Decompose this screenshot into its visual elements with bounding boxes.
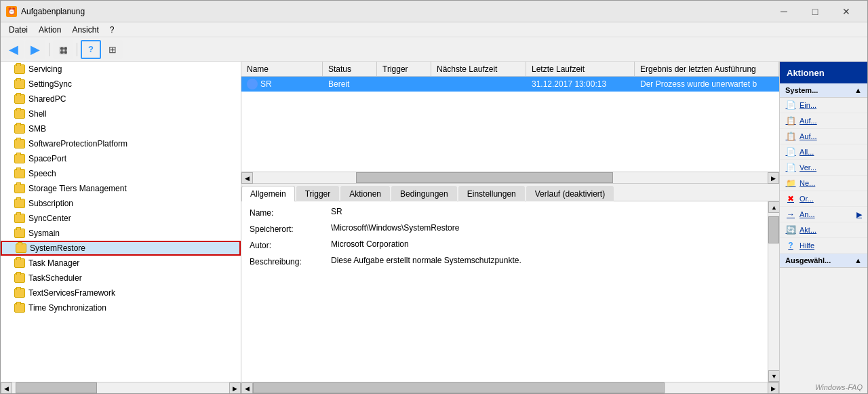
tab-trigger[interactable]: Trigger xyxy=(296,186,340,201)
tab-allgemein[interactable]: Allgemein xyxy=(241,186,295,201)
action-ein[interactable]: 📄 Ein... xyxy=(780,98,867,113)
form-row-description: Beschreibung: Diese Aufgabe erstellt nor… xyxy=(250,256,760,290)
tree-container[interactable]: ServicingSettingSyncSharedPCShellSMBSoft… xyxy=(1,62,241,382)
detail-scroll-thumb-v[interactable] xyxy=(768,216,779,243)
col-name[interactable]: Name xyxy=(241,62,323,76)
tree-item-textservicesframework[interactable]: TextServicesFramework xyxy=(1,285,241,300)
table-scroll-track[interactable] xyxy=(253,172,768,183)
tree-item-speech[interactable]: Speech xyxy=(1,166,241,181)
menu-aktion[interactable]: Aktion xyxy=(33,24,66,36)
actions-panel: Aktionen System... ▲ 📄 Ein... 📋 Auf... 📋… xyxy=(779,62,867,393)
cell-next-run xyxy=(431,77,526,92)
tree-scroll-right[interactable]: ▶ xyxy=(229,382,241,393)
tree-item-softwareprotectionplatform[interactable]: SoftwareProtectionPlatform xyxy=(1,136,241,151)
action-all[interactable]: 📄 All... xyxy=(780,144,867,160)
tab-aktionen[interactable]: Aktionen xyxy=(340,186,390,201)
forward-button[interactable]: ▶ xyxy=(25,40,45,59)
tree-item-label: Servicing xyxy=(28,64,62,74)
action-ver[interactable]: 📄 Ver... xyxy=(780,160,867,176)
folder-icon xyxy=(14,229,25,238)
col-result[interactable]: Ergebnis der letzten Ausführung xyxy=(635,62,779,76)
tabs-bar: Allgemein Trigger Aktionen Bedingungen E… xyxy=(241,184,779,201)
tree-item-label: Speech xyxy=(28,169,56,178)
table-hscrollbar[interactable]: ◀ ▶ xyxy=(241,172,779,183)
tree-item-systemrestore[interactable]: SystemRestore xyxy=(1,241,241,256)
table-scroll-right[interactable]: ▶ xyxy=(768,172,779,184)
action-ne[interactable]: 📁 Ne... xyxy=(780,176,867,191)
maximize-button[interactable]: □ xyxy=(800,1,831,22)
tree-item-sharedpc[interactable]: SharedPC xyxy=(1,92,241,106)
menu-ansicht[interactable]: Ansicht xyxy=(66,24,104,36)
tree-item-servicing[interactable]: Servicing xyxy=(1,62,241,77)
cell-name: SR xyxy=(241,77,323,92)
folder-icon xyxy=(14,303,25,313)
detail-scroll-down[interactable]: ▼ xyxy=(768,370,779,382)
action-akt-icon: 🔄 xyxy=(785,224,796,235)
minimize-button[interactable]: ─ xyxy=(768,1,800,22)
table-area: Name Status Trigger Nächste Laufzeit Let… xyxy=(241,62,779,184)
folder-icon xyxy=(14,288,25,298)
detail-scroll-thumb-h[interactable] xyxy=(253,382,665,393)
tab-bedingungen[interactable]: Bedingungen xyxy=(391,186,457,201)
tree-item-taskscheduler[interactable]: TaskScheduler xyxy=(1,271,241,285)
table-row[interactable]: SR Bereit 31.12.2017 13:00:13 Der Prozes… xyxy=(241,77,779,92)
col-last-run[interactable]: Letzte Laufzeit xyxy=(526,62,635,76)
action-auf-2[interactable]: 📋 Auf... xyxy=(780,129,867,144)
section-system-label: System... xyxy=(785,86,818,94)
action-akt[interactable]: 🔄 Akt... xyxy=(780,222,867,238)
tree-item-task-manager[interactable]: Task Manager xyxy=(1,256,241,271)
col-next-run[interactable]: Nächste Laufzeit xyxy=(431,62,526,76)
detail-hscrollbar[interactable]: ◀ ▶ xyxy=(241,382,779,393)
menu-datei[interactable]: Datei xyxy=(3,24,33,36)
action-an[interactable]: → An... ▶ xyxy=(780,207,867,222)
detail-scroll-right[interactable]: ▶ xyxy=(768,382,779,393)
tree-scroll-track-h[interactable] xyxy=(12,382,229,393)
detail-scroll-left[interactable]: ◀ xyxy=(241,382,253,393)
tree-item-time-synchronization[interactable]: Time Synchronization xyxy=(1,300,241,315)
tree-item-label: SystemRestore xyxy=(30,243,85,253)
tab-verlauf[interactable]: Verlauf (deaktiviert) xyxy=(526,186,614,201)
actions-section-selected[interactable]: Ausgewähl... ▲ xyxy=(780,254,867,268)
form-row-author: Autor: Microsoft Corporation xyxy=(250,239,760,250)
close-button[interactable]: ✕ xyxy=(831,1,862,22)
table-scroll-left[interactable]: ◀ xyxy=(241,172,253,184)
tree-scroll-left[interactable]: ◀ xyxy=(1,382,12,393)
col-status[interactable]: Status xyxy=(323,62,377,76)
back-button[interactable]: ◀ xyxy=(3,40,24,59)
tree-item-sysmain[interactable]: Sysmain xyxy=(1,226,241,241)
action-auf-1[interactable]: 📋 Auf... xyxy=(780,113,867,129)
tree-item-label: Storage Tiers Management xyxy=(28,184,127,193)
tree-item-subscription[interactable]: Subscription xyxy=(1,196,241,211)
tree-hscrollbar[interactable]: ◀ ▶ xyxy=(1,382,241,393)
export-button[interactable]: ⊞ xyxy=(102,40,123,59)
tab-einstellungen[interactable]: Einstellungen xyxy=(458,186,525,201)
col-trigger[interactable]: Trigger xyxy=(377,62,431,76)
action-hilfe-icon: ? xyxy=(785,240,796,251)
tree-item-smb[interactable]: SMB xyxy=(1,121,241,136)
tree-scroll-thumb-h[interactable] xyxy=(16,382,97,393)
tree-item-label: SharedPC xyxy=(28,94,66,104)
table-scroll-thumb[interactable] xyxy=(356,172,614,183)
action-all-icon: 📄 xyxy=(785,146,796,157)
actions-section-system[interactable]: System... ▲ xyxy=(780,83,867,98)
tree-item-synccenter[interactable]: SyncCenter xyxy=(1,211,241,226)
tree-item-spaceport[interactable]: SpacePort xyxy=(1,151,241,166)
folder-icon xyxy=(14,94,25,104)
action-auf2-icon: 📋 xyxy=(785,131,796,142)
action-ein-icon: 📄 xyxy=(785,100,796,111)
tree-item-storage-tiers-management[interactable]: Storage Tiers Management xyxy=(1,181,241,196)
detail-vscrollbar[interactable]: ▲ ▼ xyxy=(768,201,779,382)
author-value: Microsoft Corporation xyxy=(331,239,760,249)
detail-scroll-track-v[interactable] xyxy=(768,213,779,370)
main-window: ⏰ Aufgabenplanung ─ □ ✕ Datei Aktion Ans… xyxy=(0,0,868,394)
detail-scroll-up[interactable]: ▲ xyxy=(768,201,779,213)
menu-help[interactable]: ? xyxy=(104,24,120,36)
action-hilfe[interactable]: ? Hilfe xyxy=(780,238,867,254)
help-button[interactable]: ? xyxy=(81,40,101,59)
action-or[interactable]: ✖ Or... xyxy=(780,191,867,207)
detail-scroll-track-h[interactable] xyxy=(253,382,768,393)
tree-item-shell[interactable]: Shell xyxy=(1,106,241,121)
tree-item-settingsync[interactable]: SettingSync xyxy=(1,77,241,92)
tree-item-label: TextServicesFramework xyxy=(28,288,115,298)
show-hide-button[interactable]: ▦ xyxy=(53,40,73,59)
